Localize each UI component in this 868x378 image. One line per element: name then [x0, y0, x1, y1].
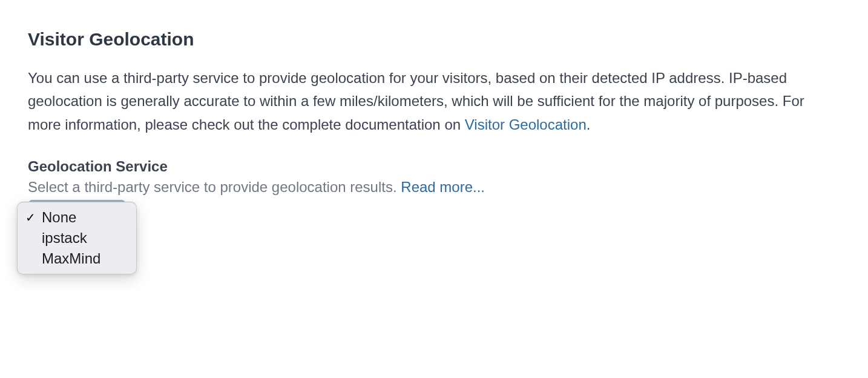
- field-help-text: Select a third-party service to provide …: [28, 179, 401, 195]
- dropdown-option-label: ipstack: [42, 230, 87, 247]
- dropdown-menu[interactable]: ✓ None ipstack MaxMind: [17, 202, 137, 274]
- section-title: Visitor Geolocation: [28, 29, 840, 50]
- description-text-pre: You can use a third-party service to pro…: [28, 70, 804, 133]
- geolocation-service-select[interactable]: ✓ None ipstack MaxMind: [17, 202, 137, 274]
- section-description: You can use a third-party service to pro…: [28, 67, 827, 136]
- geolocation-service-help: Select a third-party service to provide …: [28, 179, 840, 196]
- dropdown-option-ipstack[interactable]: ipstack: [18, 228, 136, 248]
- read-more-link[interactable]: Read more...: [401, 179, 485, 195]
- dropdown-option-none[interactable]: ✓ None: [18, 207, 136, 228]
- dropdown-option-label: MaxMind: [42, 250, 100, 267]
- description-text-post: .: [587, 116, 591, 133]
- visitor-geolocation-doc-link[interactable]: Visitor Geolocation: [465, 116, 587, 133]
- dropdown-option-maxmind[interactable]: MaxMind: [18, 248, 136, 269]
- dropdown-option-label: None: [42, 209, 76, 226]
- geolocation-service-label: Geolocation Service: [28, 158, 840, 175]
- checkmark-icon: ✓: [24, 210, 37, 225]
